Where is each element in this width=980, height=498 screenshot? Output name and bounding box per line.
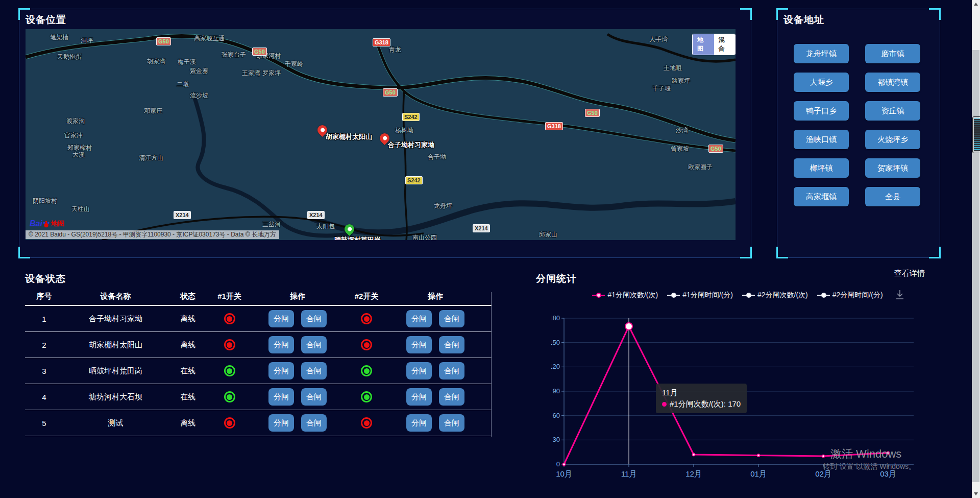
close-button[interactable]: 合闸 xyxy=(301,414,327,432)
switch2-indicator xyxy=(361,417,372,429)
address-button[interactable]: 大堰乡 xyxy=(794,73,849,92)
map-place-label: 王家湾 xyxy=(242,69,260,78)
trip-button[interactable]: 分闸 xyxy=(268,310,294,327)
baidu-map[interactable]: 笔架槽洞坪天鹅抱蛋胡家湾高家堰互通梅子溪紫金寨二墩流沙坡渡家沟官家冲郑家榨村邓家… xyxy=(26,29,736,240)
address-button[interactable]: 资丘镇 xyxy=(865,101,920,121)
address-button[interactable]: 贺家坪镇 xyxy=(865,158,920,178)
cell-index: 1 xyxy=(25,315,63,323)
map-attribution: © 2021 Baidu - GS(2019)5218号 - 甲测资字11009… xyxy=(26,230,279,239)
close-button[interactable]: 合闸 xyxy=(439,310,464,327)
svg-text:150: 150 xyxy=(551,339,560,346)
legend-label: #1分闸时间/(分) xyxy=(682,291,733,300)
legend-item[interactable]: #1分闸次数/(次) xyxy=(592,291,658,300)
cell-status: 在线 xyxy=(168,366,208,376)
map-type-button[interactable]: 混合 xyxy=(714,34,736,55)
legend-marker xyxy=(592,293,605,297)
legend-item[interactable]: #2分闸时间/(分) xyxy=(817,291,883,300)
legend-item[interactable]: #2分闸次数/(次) xyxy=(742,291,808,300)
scroll-down-arrow[interactable] xyxy=(974,492,978,495)
close-button[interactable]: 合闸 xyxy=(439,362,464,380)
table-scrollbar[interactable] xyxy=(491,292,492,437)
svg-text:12月: 12月 xyxy=(685,469,702,478)
map-place-label: 南山公园 xyxy=(412,233,437,240)
svg-text:90: 90 xyxy=(553,387,560,395)
svg-text:11月: 11月 xyxy=(621,469,637,478)
address-button[interactable]: 渔峡口镇 xyxy=(794,130,849,149)
address-button[interactable]: 火烧坪乡 xyxy=(865,130,920,149)
address-button[interactable]: 都镇湾镇 xyxy=(865,73,920,92)
map-place-label: 千家岭 xyxy=(285,60,303,68)
address-button[interactable]: 磨市镇 xyxy=(865,44,920,63)
close-button[interactable]: 合闸 xyxy=(439,388,464,406)
trip-button[interactable]: 分闸 xyxy=(268,336,294,353)
cell-operations2: 分闸合闸 xyxy=(389,362,482,380)
cell-switch2 xyxy=(344,391,389,402)
trip-button[interactable]: 分闸 xyxy=(406,336,432,353)
cell-index: 5 xyxy=(25,419,63,428)
map-marker-label: 胡家棚村太阳山 xyxy=(326,132,372,141)
address-button[interactable]: 龙舟坪镇 xyxy=(794,44,849,63)
map-place-label: 笔架槽 xyxy=(50,33,68,42)
legend-dot xyxy=(746,293,751,298)
table-header-row: 序号设备名称状态#1开关操作#2开关操作 xyxy=(25,288,492,306)
map-place-label: 胡家湾 xyxy=(147,57,165,66)
road-shield: X214 xyxy=(307,211,325,219)
map-place-label: 曾家坡 xyxy=(671,145,689,153)
scroll-up-arrow[interactable] xyxy=(974,3,978,6)
map-place-label: 路家坪 xyxy=(672,77,690,85)
cell-switch2 xyxy=(344,313,389,324)
road-shield: G50 xyxy=(156,37,171,45)
address-button-grid: 龙舟坪镇磨市镇大堰乡都镇湾镇鸭子口乡资丘镇渔峡口镇火烧坪乡榔坪镇贺家坪镇高家堰镇… xyxy=(794,44,923,206)
map-place-label: 土地咀 xyxy=(664,64,682,73)
map-place-label: 太阳包 xyxy=(316,222,335,231)
map-place-label: 清江方山 xyxy=(139,154,163,162)
address-button[interactable]: 榔坪镇 xyxy=(794,158,849,178)
svg-text:0: 0 xyxy=(556,460,560,468)
cell-switch2 xyxy=(344,339,389,350)
close-button[interactable]: 合闸 xyxy=(301,388,327,406)
cell-switch1 xyxy=(208,417,251,429)
device-location-title: 设备位置 xyxy=(26,13,66,27)
road-shield: G50 xyxy=(585,109,600,117)
road-shield: G50 xyxy=(252,48,267,56)
road-shield: G50 xyxy=(383,88,398,97)
map-place-label: 洞坪 xyxy=(81,36,93,45)
trip-button[interactable]: 分闸 xyxy=(406,414,432,432)
close-button[interactable]: 合闸 xyxy=(439,336,464,353)
address-button[interactable]: 全县 xyxy=(865,187,920,206)
cell-device-name: 胡家棚村太阳山 xyxy=(63,340,168,350)
map-place-label: 欧家圈子 xyxy=(688,163,713,172)
trip-button[interactable]: 分闸 xyxy=(268,388,294,406)
close-button[interactable]: 合闸 xyxy=(439,414,464,432)
close-button[interactable]: 合闸 xyxy=(301,336,327,353)
close-button[interactable]: 合闸 xyxy=(301,362,327,380)
trip-button[interactable]: 分闸 xyxy=(406,310,432,327)
trip-stats-title: 分闸统计 xyxy=(536,272,577,286)
map-type-button[interactable]: 地图 xyxy=(693,34,714,55)
svg-text:10月: 10月 xyxy=(556,469,572,478)
trip-button[interactable]: 分闸 xyxy=(268,414,294,432)
map-place-label: 邓家庄 xyxy=(144,107,162,115)
legend-item[interactable]: #1分闸时间/(分) xyxy=(667,291,733,300)
cell-operations1: 分闸合闸 xyxy=(251,310,344,327)
cell-index: 4 xyxy=(25,393,63,401)
legend-marker xyxy=(817,293,830,297)
map-place-label: 三岔河 xyxy=(262,220,281,229)
address-button[interactable]: 高家堰镇 xyxy=(794,187,849,206)
trip-button[interactable]: 分闸 xyxy=(406,362,432,380)
trip-button[interactable]: 分闸 xyxy=(406,388,432,406)
view-details-link[interactable]: 查看详情 xyxy=(894,269,925,278)
cell-index: 2 xyxy=(25,341,63,349)
close-button[interactable]: 合闸 xyxy=(301,310,327,327)
trip-button[interactable]: 分闸 xyxy=(268,362,294,380)
column-header: 操作 xyxy=(389,292,482,301)
switch1-indicator xyxy=(224,365,235,376)
address-button[interactable]: 鸭子口乡 xyxy=(794,101,849,121)
page-scrollbar[interactable] xyxy=(972,0,980,498)
map-place-label: 人手湾 xyxy=(649,35,668,44)
road-shield: S242 xyxy=(402,113,420,121)
scrollbar-thumb[interactable] xyxy=(972,50,979,482)
cell-switch1 xyxy=(208,313,251,324)
cell-operations1: 分闸合闸 xyxy=(251,336,344,353)
map-place-label: 流沙坡 xyxy=(190,91,208,100)
